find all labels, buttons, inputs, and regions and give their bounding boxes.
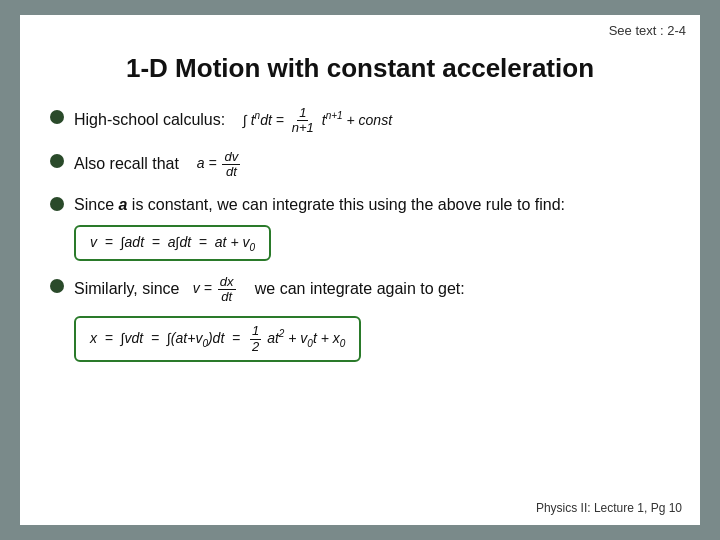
bullet2-formula: a = dv dt	[197, 155, 243, 171]
slide: See text : 2-4 1-D Motion with constant …	[20, 15, 700, 525]
slide-title: 1-D Motion with constant acceleration	[50, 53, 670, 84]
bullet2-text: Also recall that	[74, 155, 179, 172]
bullet-2: Also recall that a = dv dt	[50, 150, 670, 180]
see-text-label: See text : 2-4	[609, 23, 686, 38]
bullet4-formula-inline: v = dx dt	[193, 280, 242, 296]
footer-label: Physics II: Lecture 1, Pg 10	[536, 501, 682, 515]
bullet-dot-3	[50, 197, 64, 211]
bullet1-formula: ∫ tndt = 1 n+1 tn+1 + const	[243, 112, 392, 128]
bullet-1: High-school calculus: ∫ tndt = 1 n+1 tn+…	[50, 106, 670, 136]
formula-box-1: v = ∫adt = a∫dt = at + v0	[74, 225, 271, 260]
bullet-4: Similarly, since v = dx dt we can integr…	[50, 275, 670, 305]
bullet-dot-1	[50, 110, 64, 124]
bullet1-text: High-school calculus:	[74, 111, 225, 128]
bullet4-text-suffix: we can integrate again to get:	[255, 280, 465, 297]
bullet-dot-2	[50, 154, 64, 168]
bullet-3: Since a is constant, we can integrate th…	[50, 193, 670, 217]
bullet3-text-prefix: Since a is constant, we can integrate th…	[74, 196, 565, 213]
bullet-dot-4	[50, 279, 64, 293]
bullet4-text-prefix: Similarly, since	[74, 280, 180, 297]
formula-box-2: x = ∫vdt = ∫(at+v0)dt = 1 2 at2 + v0t + …	[74, 316, 361, 362]
